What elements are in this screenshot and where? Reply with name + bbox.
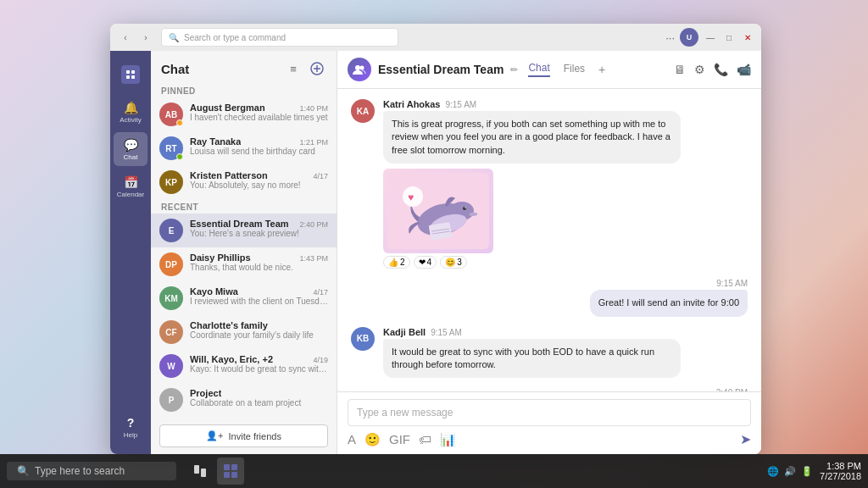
svg-point-7 (355, 65, 360, 70)
msg-content-kadji: Kadji Bell 9:15 AM It would be great to … (383, 327, 681, 379)
maximize-button[interactable]: □ (722, 30, 736, 44)
chat-info-daisy: Daisy Phillips 1:43 PM Thanks, that woul… (190, 252, 328, 272)
taskview-button[interactable] (186, 458, 214, 485)
compose-area: Type a new message A 🙂 GIF 🏷 📊 ➤ (337, 391, 761, 454)
search-icon: 🔍 (169, 33, 179, 42)
settings-button[interactable]: ⚙ (694, 63, 705, 76)
chat-item-charlottes[interactable]: CF Charlotte's family Coordinate your fa… (151, 315, 337, 349)
chat-info-ray: Ray Tanaka 1:21 PM Louisa will send the … (190, 136, 328, 156)
invite-friends-button[interactable]: 👤+ Invite friends (159, 424, 328, 447)
chat-name-will: Will, Kayo, Eric, +2 (190, 354, 273, 364)
sidebar-item-chat[interactable]: 💬 Chat (114, 132, 147, 166)
tab-chat[interactable]: Chat (528, 62, 549, 77)
svg-rect-20 (194, 465, 199, 474)
close-button[interactable]: ✕ (741, 30, 754, 44)
svg-rect-1 (131, 70, 135, 74)
search-placeholder: Search or type a command (184, 33, 286, 42)
help-label: Help (124, 431, 137, 439)
new-chat-button[interactable] (308, 59, 326, 78)
message-image-dolphin: ♥ (383, 169, 493, 253)
msg-time-katri: 9:15 AM (445, 100, 476, 109)
emoji-button[interactable]: 🙂 (364, 432, 381, 447)
taskbar-time: 1:38 PM (820, 461, 861, 471)
reaction-emoji-heart: ❤ (419, 258, 426, 267)
add-tab-button[interactable]: + (598, 63, 605, 76)
chat-item-august[interactable]: AB August Bergman 1:40 PM I haven't chec… (151, 97, 337, 131)
svg-rect-25 (231, 472, 237, 478)
chat-time-ray: 1:21 PM (299, 138, 328, 147)
network-icon: 🌐 (767, 466, 779, 477)
more-options-button[interactable]: ··· (665, 31, 675, 44)
compose-input[interactable]: Type a new message (348, 399, 751, 426)
minimize-button[interactable]: — (704, 30, 717, 44)
svg-point-13 (465, 207, 466, 208)
sidebar-item-help[interactable]: ? Help (114, 410, 147, 444)
forward-button[interactable]: › (137, 29, 154, 46)
search-bar[interactable]: 🔍 Search or type a command (161, 28, 398, 47)
svg-rect-3 (131, 75, 135, 79)
chat-preview-kayo: I reviewed with the client on Tuesda... (190, 297, 328, 306)
msg-header-kadji: Kadji Bell 9:15 AM (383, 327, 681, 337)
chat-header-tabs: Chat Files + (528, 62, 605, 77)
chat-item-kristen[interactable]: KP Kristen Patterson 4/17 You: Absolutel… (151, 165, 337, 199)
user-avatar[interactable]: U (680, 28, 698, 47)
gif-button[interactable]: GIF (389, 432, 410, 446)
chat-item-will[interactable]: W Will, Kayo, Eric, +2 4/19 Kayo: It wou… (151, 349, 337, 383)
chat-name-kristen: Kristen Patterson (190, 170, 268, 180)
taskbar: 🔍 Type here to search 🌐 🔊 🔋 1:38 PM (0, 454, 868, 488)
tab-files[interactable]: Files (564, 63, 585, 76)
chat-item-daisy[interactable]: DP Daisy Phillips 1:43 PM Thanks, that w… (151, 247, 337, 281)
chat-name-row-will: Will, Kayo, Eric, +2 4/19 (190, 354, 328, 364)
format-button[interactable]: A (348, 432, 356, 446)
chat-info-kayo: Kayo Miwa 4/17 I reviewed with the clien… (190, 286, 328, 306)
chart-button[interactable]: 📊 (440, 432, 456, 447)
msg-sender-katri: Katri Ahokas (383, 99, 440, 109)
svg-rect-21 (201, 469, 206, 477)
taskbar-date: 7/27/2018 (820, 471, 861, 481)
audio-call-button[interactable]: 📞 (714, 63, 728, 76)
sidebar-item-activity[interactable] (114, 58, 147, 92)
chat-name-row-kayo: Kayo Miwa 4/17 (190, 286, 328, 297)
chat-item-essential[interactable]: E Essential Dream Team 2:40 PM You: Here… (151, 214, 337, 247)
msg-header-katri: Katri Ahokas 9:15 AM (383, 99, 681, 109)
svg-rect-2 (126, 75, 130, 79)
volume-icon: 🔊 (784, 466, 796, 477)
chat-name-row-kristen: Kristen Patterson 4/17 (190, 170, 328, 180)
send-button[interactable]: ➤ (740, 431, 751, 447)
reaction-emoji-thumbsup: 👍 (388, 258, 398, 267)
video-call-button[interactable]: 📹 (737, 63, 751, 76)
reaction-heart[interactable]: ❤ 4 (414, 256, 437, 269)
sidebar-item-activity-nav[interactable]: 🔔 Activity (114, 95, 147, 129)
taskbar-search[interactable]: 🔍 Type here to search (7, 462, 176, 480)
chat-name-daisy: Daisy Phillips (190, 252, 251, 263)
screen-share-button[interactable]: 🖥 (674, 63, 686, 76)
teams-taskbar-icon[interactable] (217, 458, 244, 485)
avatar-charlottes: CF (159, 320, 183, 344)
chat-item-kayo[interactable]: KM Kayo Miwa 4/17 I reviewed with the cl… (151, 281, 337, 315)
activity-icon: 🔔 (124, 101, 138, 114)
invite-icon: 👤+ (206, 430, 223, 441)
filter-button[interactable]: ≡ (284, 59, 303, 78)
chat-time-kayo: 4/17 (313, 288, 328, 297)
help-icon: ? (127, 416, 135, 430)
msg-bubble-katri: This is great progress, if you both can … (383, 111, 681, 164)
reaction-thumbsup[interactable]: 👍 2 (383, 256, 410, 269)
sidebar-item-calendar[interactable]: 📅 Calendar (114, 169, 147, 203)
svg-rect-22 (224, 464, 230, 470)
edit-group-name-icon[interactable]: ✏ (510, 64, 518, 75)
back-button[interactable]: ‹ (117, 29, 134, 46)
svg-rect-24 (224, 472, 230, 478)
chat-name-row-project: Project (190, 388, 328, 398)
avatar-will: W (159, 354, 183, 378)
chat-item-ray[interactable]: RT Ray Tanaka 1:21 PM Louisa will send t… (151, 131, 337, 165)
chat-header: Essential Dream Team ✏ Chat Files + 🖥 ⚙ … (337, 51, 761, 89)
reaction-smile[interactable]: 😊 3 (440, 256, 467, 269)
chat-info-kristen: Kristen Patterson 4/17 You: Absolutely, … (190, 170, 328, 190)
sticker-button[interactable]: 🏷 (419, 432, 431, 446)
avatar-essential: E (159, 219, 183, 242)
chat-item-project[interactable]: P Project Collaborate on a team project (151, 383, 337, 417)
chat-name-project: Project (190, 388, 221, 398)
chat-preview-ray: Louisa will send the birthday card (190, 147, 328, 156)
status-dot-august (176, 119, 183, 126)
chat-list-title: Chat (161, 62, 189, 76)
